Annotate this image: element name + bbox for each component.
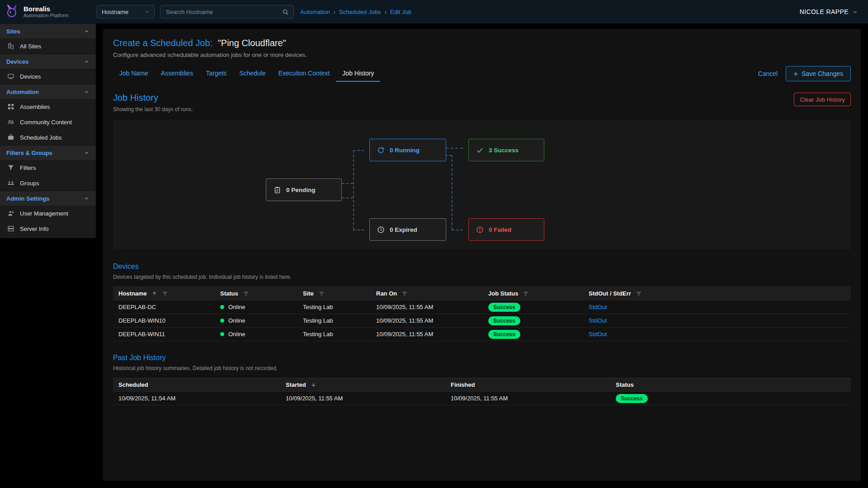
column-header-site[interactable]: Site	[303, 290, 376, 297]
sidebar-item-devices[interactable]: Devices	[0, 69, 96, 84]
breadcrumb-scheduled-jobs[interactable]: Scheduled Jobs	[339, 9, 381, 15]
search-input[interactable]	[165, 8, 282, 16]
user-management-icon	[7, 210, 14, 217]
sidebar-section-devices[interactable]: Devices	[0, 54, 96, 69]
flow-node-pending[interactable]: 0 Pending	[266, 178, 342, 201]
save-changes-button[interactable]: + Save Changes	[786, 66, 851, 81]
status-text: Online	[228, 331, 245, 338]
sidebar-item-label: Scheduled Jobs	[20, 134, 62, 141]
status-cell: Success	[616, 394, 845, 403]
tab-job-history[interactable]: Job History	[336, 66, 380, 82]
column-header-finished[interactable]: Finished	[451, 381, 616, 388]
status-cell: Online	[220, 317, 303, 324]
sidebar-item-label: User Management	[20, 210, 68, 217]
breadcrumb: Automation › Scheduled Jobs › Edit Job	[300, 9, 411, 15]
site-cell: Testing Lab	[303, 331, 376, 338]
sidebar-item-label: Filters	[20, 164, 36, 171]
cancel-button[interactable]: Cancel	[758, 70, 778, 77]
sidebar-section-automation[interactable]: Automation	[0, 84, 96, 99]
hostname-select[interactable]: Hostname	[97, 5, 155, 19]
breadcrumb-edit-job[interactable]: Edit Job	[390, 9, 411, 15]
brand-name: Borealis	[24, 5, 69, 13]
sidebar-item-community-content[interactable]: Community Content	[0, 114, 96, 130]
online-dot	[220, 305, 224, 309]
job-status-cell: Success	[488, 303, 589, 312]
column-header-hostname[interactable]: Hostname	[118, 290, 220, 297]
filter-list-icon[interactable]	[162, 291, 168, 297]
sidebar-item-user-management[interactable]: User Management	[0, 206, 96, 221]
stdout-link[interactable]: StdOut	[589, 304, 607, 310]
sidebar-item-label: Groups	[20, 180, 39, 187]
sidebar-item-label: Server Info	[20, 225, 49, 232]
tab-schedule[interactable]: Schedule	[233, 66, 272, 82]
sidebar-item-server-info[interactable]: Server Info	[0, 221, 96, 236]
clear-job-history-button[interactable]: Clear Job History	[794, 93, 851, 106]
past-job-history-heading: Past Job History	[113, 354, 851, 362]
filter-list-icon[interactable]	[401, 291, 408, 297]
sidebar-item-groups[interactable]: Groups	[0, 175, 96, 191]
column-header-status[interactable]: Status	[220, 290, 303, 297]
tab-job-name[interactable]: Job Name	[113, 66, 155, 82]
search-icon[interactable]	[282, 9, 289, 15]
device-row: DEEPLAB-DC Online Testing Lab 10/09/2025…	[113, 300, 851, 314]
flow-node-running[interactable]: 0 Running	[369, 139, 446, 161]
scheduled-jobs-icon	[7, 134, 14, 141]
sidebar-section-sites[interactable]: Sites	[0, 23, 96, 38]
column-header-status[interactable]: Status	[616, 381, 845, 388]
sidebar-item-filters[interactable]: Filters	[0, 160, 96, 175]
column-header-ran-on[interactable]: Ran On	[376, 290, 488, 297]
flow-node-label: 0 Running	[390, 147, 420, 154]
filter-list-icon[interactable]	[636, 291, 642, 297]
column-header-job-status[interactable]: Job Status	[488, 290, 589, 297]
stdout-link[interactable]: StdOut	[589, 317, 607, 324]
sort-desc-icon	[311, 382, 316, 388]
server-info-icon	[7, 225, 14, 232]
column-label: Started	[286, 381, 306, 388]
breadcrumb-separator: ›	[385, 9, 387, 15]
plus-icon: +	[793, 70, 798, 78]
column-label: Status	[220, 290, 238, 297]
column-label: Hostname	[118, 290, 147, 297]
devices-icon	[7, 73, 14, 80]
stdout-link[interactable]: StdOut	[589, 331, 607, 338]
sidebar-item-assemblies[interactable]: Assemblies	[0, 99, 96, 114]
breadcrumb-automation[interactable]: Automation	[300, 9, 330, 15]
page-title-prefix: Create a Scheduled Job:	[113, 38, 212, 48]
save-changes-label: Save Changes	[802, 70, 843, 77]
status-badge: Success	[488, 316, 520, 325]
page-title: Create a Scheduled Job: "Ping Cloudflare…	[113, 38, 851, 48]
clock-icon	[377, 226, 385, 234]
filter-list-icon[interactable]	[243, 291, 249, 297]
flow-node-expired[interactable]: 0 Expired	[369, 218, 446, 241]
sidebar-item-scheduled-jobs[interactable]: Scheduled Jobs	[0, 130, 96, 145]
sidebar-section-filters-groups[interactable]: Filters & Groups	[0, 145, 96, 160]
filter-list-icon[interactable]	[523, 291, 529, 297]
sidebar-section-label: Admin Settings	[6, 195, 49, 202]
flow-node-success[interactable]: 3 Success	[468, 139, 544, 161]
tab-execution-context[interactable]: Execution Context	[272, 66, 336, 82]
ran-on-cell: 10/09/2025, 11:55 AM	[376, 331, 488, 338]
sidebar-section-admin-settings[interactable]: Admin Settings	[0, 191, 96, 206]
groups-icon	[7, 179, 14, 187]
content-panel: Create a Scheduled Job: "Ping Cloudflare…	[103, 29, 861, 481]
tab-assemblies[interactable]: Assemblies	[155, 66, 200, 82]
status-text: Online	[228, 304, 245, 310]
past-job-history-subtext: Historical job history summaries. Detail…	[113, 365, 851, 371]
sidebar-item-all-sites[interactable]: All Sites	[0, 38, 96, 54]
filter-icon	[7, 164, 14, 171]
status-badge: Success	[488, 303, 520, 312]
flow-node-failed[interactable]: 0 Failed	[468, 218, 544, 241]
stdout-cell: StdOut	[589, 331, 845, 338]
user-menu[interactable]: NICOLE RAPPE	[800, 8, 858, 15]
flow-node-label: 0 Failed	[489, 226, 511, 233]
column-header-started[interactable]: Started	[286, 381, 451, 388]
online-dot	[220, 319, 224, 323]
status-text: Online	[228, 317, 245, 324]
column-header-stdout[interactable]: StdOut / StdErr	[589, 290, 845, 297]
brand-subtitle: Automation Platform	[24, 13, 69, 19]
column-header-scheduled[interactable]: Scheduled	[118, 381, 286, 388]
sites-icon	[7, 42, 14, 50]
finished-cell: 10/09/2025, 11:55 AM	[451, 395, 616, 402]
tab-targets[interactable]: Targets	[199, 66, 233, 82]
filter-list-icon[interactable]	[318, 291, 325, 297]
